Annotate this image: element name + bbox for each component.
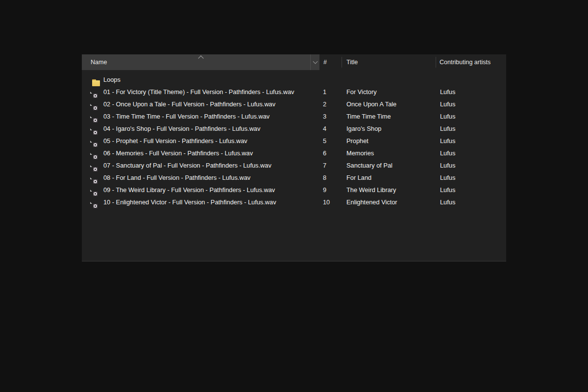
track-title: Igaro's Shop <box>346 124 381 132</box>
contributing-artist: Lufus <box>440 186 455 193</box>
file-name[interactable]: 03 - Time Time Time - Full Version - Pat… <box>103 112 270 120</box>
table-row[interactable]: 05 - Prophet - Full Version - Pathfinder… <box>82 134 506 147</box>
track-number: 10 <box>323 198 330 205</box>
table-row[interactable]: 10 - Enlightened Victor - Full Version -… <box>82 196 506 208</box>
chevron-down-icon <box>313 60 318 64</box>
contributing-artist: Lufus <box>440 100 455 107</box>
track-number: 2 <box>323 100 326 107</box>
column-header-number-label: # <box>323 59 327 66</box>
track-title: Once Upon A Tale <box>346 100 396 107</box>
table-row[interactable]: 06 - Memories - Full Version - Pathfinde… <box>82 147 506 159</box>
contributing-artist: Lufus <box>440 149 455 156</box>
column-header-artists-label: Contributing artists <box>440 59 490 66</box>
table-row[interactable]: 01 - For Victory (Title Theme) - Full Ve… <box>82 85 506 98</box>
contributing-artist: Lufus <box>440 112 455 120</box>
track-number: 7 <box>323 161 326 169</box>
track-title: The Weird Library <box>346 186 396 193</box>
contributing-artist: Lufus <box>440 161 455 169</box>
folder-name[interactable]: Loops <box>103 75 121 83</box>
table-row[interactable]: 09 - The Weird Library - Full Version - … <box>82 183 506 196</box>
track-number: 6 <box>323 149 326 156</box>
contributing-artist: Lufus <box>440 137 455 144</box>
table-row[interactable]: 03 - Time Time Time - Full Version - Pat… <box>82 110 506 122</box>
file-name[interactable]: 05 - Prophet - Full Version - Pathfinder… <box>103 137 247 144</box>
file-name[interactable]: 04 - Igaro's Shop - Full Version - Pathf… <box>103 124 260 132</box>
column-headers: Name # Title Contributing artists <box>82 54 506 70</box>
contributing-artist: Lufus <box>440 124 455 132</box>
file-name[interactable]: 09 - The Weird Library - Full Version - … <box>103 186 275 193</box>
track-number: 4 <box>323 124 326 132</box>
track-title: Memories <box>346 149 374 156</box>
column-header-title[interactable]: Title <box>342 54 436 70</box>
track-number: 3 <box>323 112 326 120</box>
name-filter-dropdown[interactable] <box>310 54 319 70</box>
contributing-artist: Lufus <box>440 88 455 95</box>
file-explorer-list-window: Name # Title Contributing artists <box>82 54 506 262</box>
desktop-background: Name # Title Contributing artists <box>0 0 588 392</box>
file-name[interactable]: 08 - For Land - Full Version - Pathfinde… <box>103 173 250 181</box>
column-header-contributing-artists[interactable]: Contributing artists <box>436 54 506 70</box>
track-title: Enlightened Victor <box>346 198 397 205</box>
column-header-name[interactable]: Name <box>82 54 319 70</box>
sort-ascending-icon <box>199 55 203 59</box>
contributing-artist: Lufus <box>440 198 455 205</box>
table-row[interactable]: 02 - Once Upon a Tale - Full Version - P… <box>82 98 506 110</box>
track-title: Prophet <box>346 137 368 144</box>
track-title: Time Time Time <box>346 112 391 120</box>
track-title: For Victory <box>346 88 377 95</box>
file-name[interactable]: 02 - Once Upon a Tale - Full Version - P… <box>103 100 275 107</box>
table-row[interactable]: 08 - For Land - Full Version - Pathfinde… <box>82 171 506 183</box>
track-title: For Land <box>346 173 371 181</box>
track-number: 1 <box>323 88 326 95</box>
table-row[interactable]: 04 - Igaro's Shop - Full Version - Pathf… <box>82 122 506 134</box>
column-header-title-label: Title <box>346 59 358 66</box>
track-title: Sanctuary of Pal <box>346 161 392 169</box>
track-number: 8 <box>323 173 326 181</box>
file-name[interactable]: 10 - Enlightened Victor - Full Version -… <box>103 198 276 205</box>
column-header-name-label: Name <box>91 59 107 66</box>
file-rows: Loops 01 - For Victory (Title Theme) - F… <box>82 73 506 208</box>
folder-row[interactable]: Loops <box>82 73 506 85</box>
file-name[interactable]: 06 - Memories - Full Version - Pathfinde… <box>103 149 253 156</box>
file-name[interactable]: 07 - Sanctuary of Pal - Full Version - P… <box>103 161 271 169</box>
track-number: 5 <box>323 137 326 144</box>
contributing-artist: Lufus <box>440 173 455 181</box>
file-name[interactable]: 01 - For Victory (Title Theme) - Full Ve… <box>103 88 294 95</box>
column-header-number[interactable]: # <box>319 54 342 70</box>
table-row[interactable]: 07 - Sanctuary of Pal - Full Version - P… <box>82 159 506 171</box>
track-number: 9 <box>323 186 326 193</box>
